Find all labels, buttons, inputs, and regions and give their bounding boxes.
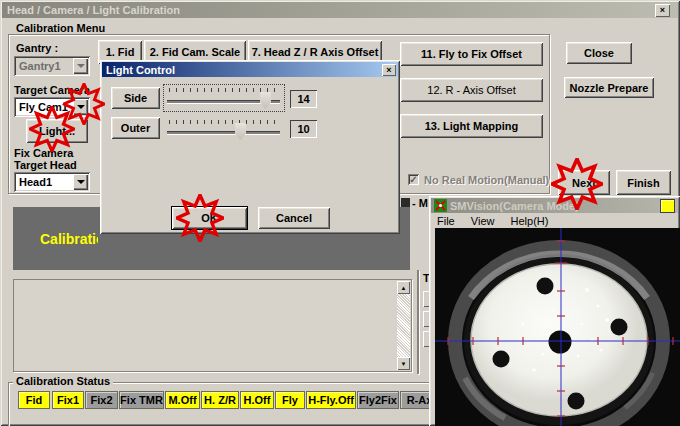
outer-slider-track[interactable] — [167, 131, 280, 134]
ok-button[interactable]: OK — [172, 207, 247, 229]
no-real-motion-label: No Real Motion(Manual) — [424, 174, 549, 186]
finish-button[interactable]: Finish — [616, 170, 671, 195]
side-slider-ticks — [169, 88, 279, 92]
no-real-motion-checkbox[interactable]: ✓ — [408, 174, 419, 185]
close-icon: × — [660, 6, 665, 15]
camera-image — [435, 228, 680, 426]
smvision-app-icon — [434, 199, 447, 212]
message-text: Calibration — [40, 231, 98, 247]
step-button-r-axis-offset[interactable]: 12. R - Axis Offset — [400, 78, 543, 102]
smvision-titlebar[interactable]: SMVision(Camera Mode) — [431, 198, 678, 213]
next-button[interactable]: Next — [558, 170, 610, 195]
status-tag: Fly2Fix — [357, 391, 399, 409]
gantry-label: Gantry : — [16, 42, 58, 54]
smvision-menubar: File View Help(H) — [431, 213, 678, 228]
calibration-status-label: Calibration Status — [13, 376, 113, 387]
light-button[interactable]: Light... — [26, 119, 88, 143]
result-list: ▲ ▼ — [13, 279, 412, 372]
smvision-title: SMVision(Camera Mode) — [450, 200, 579, 212]
hidden-m-fragment: - M — [412, 197, 429, 209]
menu-file[interactable]: File — [431, 213, 462, 229]
step-button-light-mapping[interactable]: 13. Light Mapping — [400, 114, 543, 138]
smvision-titlebar-button[interactable] — [660, 199, 675, 213]
nozzle-prepare-button[interactable]: Nozzle Prepare — [564, 77, 654, 98]
status-tag: Fix1 — [52, 391, 84, 409]
cancel-button[interactable]: Cancel — [258, 207, 330, 229]
main-titlebar: Head / Camera / Light Calibration — [2, 2, 678, 18]
menu-view[interactable]: View — [465, 213, 502, 229]
close-window-button[interactable]: × — [655, 4, 670, 17]
light-control-close-button[interactable]: × — [382, 64, 396, 76]
target-head-value: Head1 — [19, 176, 52, 188]
light-control-title: Light Control — [106, 64, 175, 76]
calibration-window: Head / Camera / Light Calibration × Cali… — [0, 0, 680, 426]
status-tag: Fix TMR — [119, 391, 164, 409]
result-list-scrollbar[interactable]: ▲ ▼ — [397, 281, 410, 370]
gantry-value: Gantry1 — [19, 60, 61, 72]
target-camera-label: Target Camera — [14, 84, 90, 96]
outer-slider-thumb[interactable] — [235, 123, 246, 140]
light-control-titlebar: Light Control × — [102, 62, 398, 77]
outer-light-button[interactable]: Outer — [111, 117, 160, 139]
light-control-dialog: Light Control × Side 14 Outer 10 OK — [100, 60, 400, 234]
scroll-up-icon[interactable]: ▲ — [397, 281, 410, 294]
side-light-button[interactable]: Side — [111, 87, 160, 109]
fix-camera-label: Fix Camera — [14, 147, 73, 159]
hidden-group-edge — [417, 270, 419, 374]
status-tag: H.Off — [240, 391, 274, 409]
target-head-select[interactable]: Head1 — [14, 172, 90, 192]
step-button-fly-to-fix-offset[interactable]: 11. Fly to Fix Offset — [400, 42, 543, 66]
status-tag: Fid — [18, 391, 50, 409]
scroll-down-icon[interactable]: ▼ — [397, 357, 410, 370]
status-tag: M.Off — [165, 391, 200, 409]
status-tag: H. Z/R — [201, 391, 239, 409]
calibration-menu-label: Calibration Menu — [13, 23, 108, 34]
target-camera-select[interactable]: Fly Cam1 — [14, 97, 90, 117]
menu-help[interactable]: Help(H) — [505, 213, 556, 229]
hidden-indicator-fragment — [401, 198, 410, 207]
side-light-value: 14 — [290, 90, 317, 108]
target-head-dropdown-icon[interactable] — [73, 174, 88, 190]
status-tag: Fly — [275, 391, 305, 409]
status-tag: H-Fly.Off — [306, 391, 356, 409]
close-icon: × — [386, 66, 391, 75]
gantry-dropdown-icon[interactable] — [73, 58, 88, 74]
outer-slider-ticks — [169, 120, 279, 124]
target-camera-dropdown-icon[interactable] — [73, 99, 88, 115]
target-camera-value: Fly Cam1 — [19, 101, 68, 113]
gantry-select[interactable]: Gantry1 — [14, 56, 90, 76]
status-tag: Fix2 — [85, 391, 118, 409]
target-head-label: Target Head — [14, 159, 77, 171]
main-title: Head / Camera / Light Calibration — [7, 4, 180, 16]
close-button[interactable]: Close — [566, 42, 632, 64]
smvision-window: SMVision(Camera Mode) File View Help(H) — [429, 196, 680, 426]
outer-light-value: 10 — [290, 120, 317, 138]
